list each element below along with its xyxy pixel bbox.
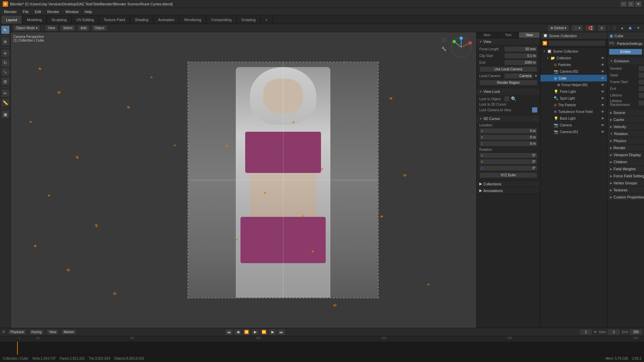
tree-collection[interactable]: ▼ 📁 Collection 👁 — [540, 55, 607, 61]
menu-window[interactable]: Window — [63, 9, 81, 14]
current-frame-input[interactable] — [580, 329, 592, 335]
timeline-track[interactable] — [0, 342, 644, 355]
add-menu[interactable]: Add — [77, 25, 90, 32]
tree-turbulence[interactable]: ≋ Turbulence Force Field 👁 — [540, 108, 607, 115]
scene-search-input[interactable] — [549, 41, 605, 46]
view-section-header[interactable]: ▼ View ⋯ — [477, 38, 540, 45]
field-weights-header[interactable]: ▶ Field Weights — [607, 166, 644, 172]
cursor-y-field[interactable]: Y 0 m — [479, 134, 537, 140]
tab-sculpting[interactable]: Sculpting — [47, 15, 72, 24]
tree-camera[interactable]: 📷 Camera 👁 — [540, 122, 607, 128]
rot-x-field[interactable]: X 0° — [479, 153, 537, 158]
tab-tool[interactable]: Tool — [498, 32, 519, 38]
children-header[interactable]: ▶ Children — [607, 159, 644, 165]
keying-menu[interactable]: Keying — [29, 329, 44, 335]
tab-item[interactable]: Item — [477, 32, 498, 38]
tool-measure[interactable]: 📏 — [1, 98, 10, 107]
solid-mode[interactable]: ● — [619, 25, 626, 32]
material-mode[interactable]: ◉ — [627, 25, 634, 32]
nav-gizmo[interactable]: X Y Z — [449, 36, 473, 60]
tool-move[interactable]: ✛ — [1, 49, 10, 58]
emitter-tab[interactable]: Emitter — [609, 49, 642, 55]
tool-transform[interactable]: ⊞ — [1, 77, 10, 86]
eye-focus-helper[interactable]: 👁 — [601, 83, 604, 87]
end-frame-input[interactable] — [630, 329, 642, 335]
tab-rendering[interactable]: Rendering — [179, 15, 206, 24]
eye-back-light[interactable]: 👁 — [601, 117, 604, 120]
source-header[interactable]: ▶ Source — [607, 109, 644, 116]
pivot-selector[interactable]: ⋮ ▾ — [571, 25, 583, 32]
jump-to-end-btn[interactable]: ⏭ — [278, 329, 285, 335]
lock-to-object-picker[interactable]: 🔍 — [511, 96, 517, 102]
proportional-edit[interactable]: ⊙ — [597, 25, 606, 32]
tree-focus-helper[interactable]: ⊕ Focus Helper.001 👁 — [540, 81, 607, 88]
local-camera-clear[interactable]: ✕ — [534, 74, 537, 78]
timeline-playhead[interactable] — [17, 342, 18, 355]
jump-to-start-btn[interactable]: ⏮ — [225, 329, 233, 335]
timeline-track-area[interactable] — [11, 342, 644, 355]
velocity-header[interactable]: ▶ Velocity — [607, 123, 644, 130]
eye-spot-light[interactable]: 👁 — [601, 97, 604, 100]
tool-add-cube[interactable]: ▣ — [1, 110, 10, 119]
tool-scale[interactable]: ⤡ — [1, 68, 10, 76]
eye-point-light[interactable]: 👁 — [601, 90, 604, 94]
prev-frame-btn[interactable]: ◀ — [234, 329, 241, 335]
textures-header[interactable]: ▶ Textures — [607, 187, 644, 193]
viewport-display-header[interactable]: ▶ Viewport Display — [607, 152, 644, 158]
emission-header[interactable]: ▼ Emission — [607, 58, 644, 64]
cursor-z-field[interactable]: Z 0 m — [479, 141, 537, 146]
rot-y-field[interactable]: Y 0° — [479, 159, 537, 165]
3d-viewport[interactable]: Camera Perspective (1) Collection | Cube… — [11, 32, 476, 328]
wireframe-mode[interactable]: ⬚ — [610, 25, 618, 32]
custom-properties-header[interactable]: ▶ Custom Properties — [607, 194, 644, 200]
start-frame-input[interactable] — [608, 329, 620, 335]
eye-turbulence[interactable]: 👁 — [601, 110, 604, 114]
tab-compositing[interactable]: Compositing — [206, 15, 236, 24]
eye-the-particle[interactable]: 👁 — [601, 103, 604, 107]
tree-camera002[interactable]: 📷 Camera.002 👁 — [540, 68, 607, 75]
render-header[interactable]: ▶ Render — [607, 144, 644, 151]
tab-modeling[interactable]: Modeling — [22, 15, 47, 24]
next-frame-btn[interactable]: ▶ — [269, 329, 276, 335]
collections-collapsible[interactable]: ▶ Collections ⋯ — [477, 181, 540, 187]
physics-header[interactable]: ▶ Physics — [607, 137, 644, 144]
viewport-overlay-btn[interactable]: ⬚ — [440, 36, 448, 44]
render-region-btn[interactable]: Render Region — [479, 80, 537, 85]
next-keyframe-btn[interactable]: ⏩ — [260, 329, 268, 335]
tab-view[interactable]: View — [519, 32, 540, 38]
tab-scripting[interactable]: Scripting — [236, 15, 261, 24]
view-menu[interactable]: View — [45, 25, 58, 32]
menu-edit[interactable]: Edit — [32, 9, 44, 14]
prev-keyframe-btn[interactable]: ⏪ — [243, 329, 250, 335]
tool-cursor[interactable]: ⊕ — [1, 37, 10, 46]
transform-selector[interactable]: ⊕ Global ▾ — [547, 25, 569, 32]
tree-cube[interactable]: ▣ Cube 👁 — [540, 75, 607, 81]
rotation-mode-selector[interactable]: XYZ Euler — [479, 172, 537, 178]
viewport-gizmo-btn[interactable]: 🔧 — [440, 45, 448, 53]
select-menu[interactable]: Select — [60, 25, 75, 32]
snap-toggle[interactable]: 🧲 — [585, 25, 595, 32]
tree-point-light[interactable]: 💡 Point Light 👁 — [540, 88, 607, 95]
force-field-settings-header[interactable]: ▶ Force Field Settings — [607, 173, 644, 179]
render-mode[interactable]: ☀ — [635, 25, 642, 32]
menu-render[interactable]: Render — [45, 9, 62, 14]
minimize-button[interactable]: ─ — [621, 1, 627, 7]
tab-texture-paint[interactable]: Texture Paint — [99, 15, 130, 24]
rotation-header[interactable]: ▼ Rotation — [607, 130, 644, 137]
eye-particles[interactable]: 👁 — [601, 63, 604, 67]
lock-camera-checkbox[interactable] — [532, 107, 537, 113]
close-button[interactable]: ✕ — [635, 1, 641, 7]
play-btn[interactable]: ▶ — [252, 329, 259, 335]
eye-collection[interactable]: 👁 — [601, 56, 604, 60]
view-lock-header[interactable]: ▼ View Lock — [477, 88, 540, 95]
rot-z-field[interactable]: Z 0° — [479, 165, 537, 171]
cache-header[interactable]: ▶ Cache — [607, 116, 644, 123]
tab-uv-editing[interactable]: UV Editing — [72, 15, 99, 24]
tree-particles[interactable]: ⊙ Particles 👁 — [540, 61, 607, 68]
tree-scene-collection[interactable]: ▼ 🔲 Scene Collection — [540, 48, 607, 55]
tab-layout[interactable]: Layout — [1, 15, 22, 24]
eye-camera001[interactable]: 👁 — [601, 130, 604, 134]
tree-the-particle[interactable]: ⊙ The Particle 👁 — [540, 102, 607, 108]
cursor-section-header[interactable]: ▼ 3D Cursor ⋯ — [477, 115, 540, 122]
tree-back-light[interactable]: 💡 Back Light 👁 — [540, 115, 607, 122]
